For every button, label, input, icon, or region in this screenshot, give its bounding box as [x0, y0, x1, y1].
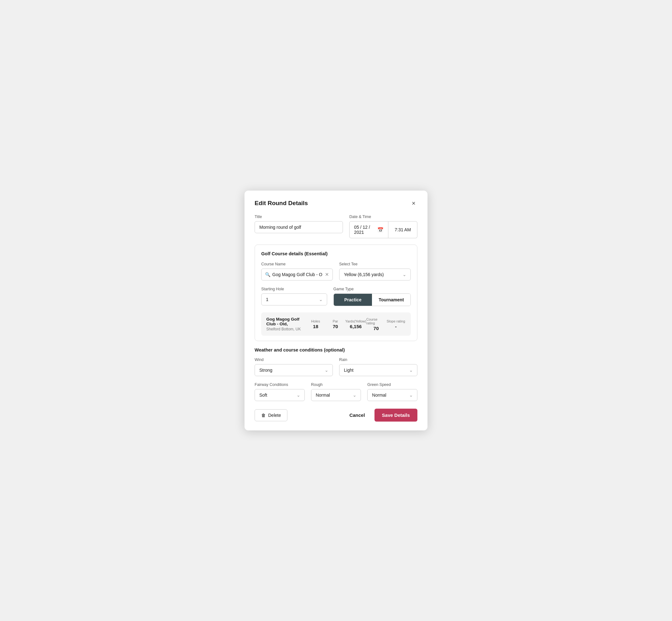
rain-dropdown[interactable]: None Light Moderate Heavy — [339, 364, 417, 376]
stat-slope-rating: Slope rating - — [386, 319, 406, 329]
starting-hole-group: Starting Hole 1234 5678 910 ⌄ — [261, 287, 327, 306]
green-speed-select-wrap: Slow Normal Fast ⌄ — [367, 389, 417, 401]
delete-button[interactable]: 🗑 Delete — [255, 409, 287, 421]
date-time-fields: 05 / 12 / 2021 📅 7:31 AM — [349, 221, 417, 238]
course-info-location: Shelford Bottom, UK — [266, 327, 306, 331]
stat-course-rating: Course rating 70 — [366, 318, 386, 331]
course-tee-row: Course Name 🔍 ✕ Select Tee Yellow (6,156… — [261, 262, 411, 281]
course-name-group: Course Name 🔍 ✕ — [261, 262, 333, 281]
starting-hole-dropdown[interactable]: 1234 5678 910 — [261, 293, 327, 305]
modal-footer: 🗑 Delete Cancel Save Details — [255, 409, 417, 422]
datetime-label: Date & Time — [349, 215, 417, 219]
slope-rating-label: Slope rating — [386, 319, 405, 323]
cancel-button[interactable]: Cancel — [344, 409, 370, 421]
rain-group: Rain None Light Moderate Heavy ⌄ — [339, 358, 417, 376]
course-name-label: Course Name — [261, 262, 333, 266]
time-value: 7:31 AM — [395, 227, 411, 232]
green-speed-dropdown[interactable]: Slow Normal Fast — [367, 389, 417, 401]
rough-dropdown[interactable]: Normal Soft Hard — [311, 389, 361, 401]
starting-hole-label: Starting Hole — [261, 287, 327, 291]
par-value: 70 — [333, 324, 338, 329]
modal-header: Edit Round Details × — [255, 199, 417, 207]
rough-label: Rough — [311, 382, 361, 387]
rain-label: Rain — [339, 358, 417, 362]
game-type-label: Game Type — [333, 287, 411, 291]
stat-holes: Holes 18 — [306, 319, 326, 329]
edit-round-modal: Edit Round Details × Title Date & Time 0… — [245, 191, 427, 430]
modal-title: Edit Round Details — [255, 200, 308, 207]
select-tee-dropdown[interactable]: Yellow (6,156 yards) White Red Blue — [339, 268, 411, 281]
par-label: Par — [333, 319, 338, 323]
course-rating-label: Course rating — [366, 318, 386, 325]
title-datetime-row: Title Date & Time 05 / 12 / 2021 📅 7:31 … — [255, 215, 417, 238]
fairway-dropdown[interactable]: Normal Soft Hard — [255, 389, 305, 401]
datetime-group: Date & Time 05 / 12 / 2021 📅 7:31 AM — [349, 215, 417, 238]
holes-label: Holes — [311, 319, 320, 323]
rough-group: Rough Normal Soft Hard ⌄ — [311, 382, 361, 401]
holes-value: 18 — [313, 324, 318, 329]
trash-icon: 🗑 — [261, 413, 266, 418]
select-tee-label: Select Tee — [339, 262, 411, 266]
time-field[interactable]: 7:31 AM — [388, 221, 417, 238]
wind-select-wrap: None Light Moderate Strong ⌄ — [255, 364, 333, 376]
practice-button[interactable]: Practice — [334, 294, 372, 306]
wind-label: Wind — [255, 358, 333, 362]
wind-rain-row: Wind None Light Moderate Strong ⌄ Rain N… — [255, 358, 417, 376]
rough-select-wrap: Normal Soft Hard ⌄ — [311, 389, 361, 401]
date-value: 05 / 12 / 2021 — [354, 225, 377, 235]
starting-hole-wrap: 1234 5678 910 ⌄ — [261, 293, 327, 305]
fairway-label: Fairway Conditions — [255, 382, 305, 387]
yards-value: 6,156 — [350, 324, 362, 329]
clear-course-icon[interactable]: ✕ — [325, 272, 329, 277]
game-type-toggle: Practice Tournament — [333, 293, 411, 306]
title-group: Title — [255, 215, 343, 238]
wind-group: Wind None Light Moderate Strong ⌄ — [255, 358, 333, 376]
hole-gametype-row: Starting Hole 1234 5678 910 ⌄ Game Type … — [261, 287, 411, 306]
golf-section-title: Golf Course details (Essential) — [261, 251, 411, 256]
stat-par: Par 70 — [326, 319, 345, 329]
yards-label: Yards(Yellow) — [345, 319, 366, 323]
delete-label: Delete — [268, 413, 281, 418]
title-input[interactable] — [255, 221, 343, 233]
course-name-input[interactable] — [261, 268, 333, 281]
date-field[interactable]: 05 / 12 / 2021 📅 — [349, 221, 388, 238]
tournament-button[interactable]: Tournament — [372, 294, 411, 306]
select-tee-wrap: Yellow (6,156 yards) White Red Blue ⌄ — [339, 268, 411, 281]
calendar-icon: 📅 — [377, 227, 384, 233]
weather-section: Weather and course conditions (optional)… — [255, 347, 417, 401]
conditions-row: Fairway Conditions Normal Soft Hard ⌄ Ro… — [255, 382, 417, 401]
course-info-name-block: Gog Magog Golf Club - Old, Shelford Bott… — [266, 317, 306, 331]
green-speed-group: Green Speed Slow Normal Fast ⌄ — [367, 382, 417, 401]
fairway-group: Fairway Conditions Normal Soft Hard ⌄ — [255, 382, 305, 401]
select-tee-group: Select Tee Yellow (6,156 yards) White Re… — [339, 262, 411, 281]
course-info-box: Gog Magog Golf Club - Old, Shelford Bott… — [261, 313, 411, 336]
search-icon: 🔍 — [265, 272, 270, 277]
fairway-select-wrap: Normal Soft Hard ⌄ — [255, 389, 305, 401]
game-type-group: Game Type Practice Tournament — [333, 287, 411, 306]
save-button[interactable]: Save Details — [375, 409, 417, 422]
weather-section-title: Weather and course conditions (optional) — [255, 347, 417, 353]
close-button[interactable]: × — [410, 199, 417, 207]
title-label: Title — [255, 215, 343, 219]
course-rating-value: 70 — [374, 326, 379, 331]
stat-yards: Yards(Yellow) 6,156 — [345, 319, 366, 329]
course-info-name: Gog Magog Golf Club - Old, — [266, 317, 306, 326]
green-speed-label: Green Speed — [367, 382, 417, 387]
rain-select-wrap: None Light Moderate Heavy ⌄ — [339, 364, 417, 376]
golf-course-section: Golf Course details (Essential) Course N… — [255, 245, 417, 341]
slope-rating-value: - — [395, 324, 396, 329]
course-name-search: 🔍 ✕ — [261, 268, 333, 281]
wind-dropdown[interactable]: None Light Moderate Strong — [255, 364, 333, 376]
